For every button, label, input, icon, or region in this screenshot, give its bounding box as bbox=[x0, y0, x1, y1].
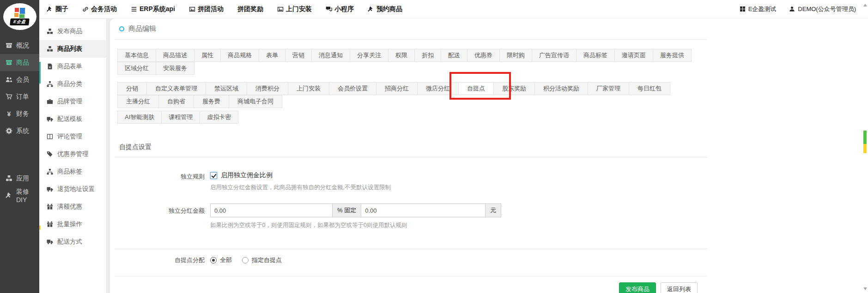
tab-door-install[interactable]: 上门安装 bbox=[288, 82, 329, 95]
topnav-item-conference[interactable]: 会务活动 bbox=[82, 5, 117, 13]
tab-service-provide[interactable]: 服务提供 bbox=[653, 49, 692, 62]
assign-option-specify[interactable]: 指定自提点 bbox=[242, 256, 282, 264]
sidebar-item-orders[interactable]: 订单 bbox=[0, 88, 39, 105]
tab-mall-e-contract[interactable]: 商城电子合同 bbox=[229, 95, 282, 108]
tab-virtual-card[interactable]: 虚拟卡密 bbox=[200, 111, 238, 124]
user-menu[interactable]: DEMO(公众号管理员) bbox=[789, 5, 856, 13]
tab-discount[interactable]: 折扣 bbox=[414, 49, 441, 62]
tab-form[interactable]: 表单 bbox=[259, 49, 285, 62]
tab-merchant-dividend[interactable]: 招商分红 bbox=[376, 82, 418, 95]
dividend-percent-input[interactable] bbox=[210, 203, 333, 217]
tab-basic-info[interactable]: 基本信息 bbox=[117, 49, 156, 62]
sidebar-spacer bbox=[0, 139, 39, 170]
tab-custom-form-manage[interactable]: 自定义表单管理 bbox=[146, 82, 206, 95]
submenu-item-comment-manage[interactable]: 评论管理 bbox=[39, 128, 106, 145]
sidebar-item-finance[interactable]: ¥ 财务 bbox=[0, 105, 39, 122]
submenu-item-full-discount[interactable]: 满额优惠 bbox=[39, 198, 106, 215]
publish-goods-button[interactable]: 发布商品 bbox=[619, 282, 656, 293]
tab-self-pickup[interactable]: 自提点 bbox=[458, 82, 494, 95]
tab-daily-redpacket[interactable]: 每日红包 bbox=[629, 82, 670, 95]
submenu-item-goods-form[interactable]: 商品表单 bbox=[39, 58, 106, 75]
tags-icon bbox=[47, 151, 53, 157]
tab-share-follow[interactable]: 分享关注 bbox=[350, 49, 388, 62]
dividend-fixed-input[interactable] bbox=[361, 203, 486, 217]
submenu-item-brand-manage[interactable]: 品牌管理 bbox=[39, 93, 106, 110]
tab-region-dividend[interactable]: 区域分红 bbox=[117, 62, 156, 75]
scroll-up-arrow-icon[interactable] bbox=[863, 4, 867, 6]
tab-flash-sale[interactable]: 限时购 bbox=[499, 49, 532, 62]
submenu-item-return-address[interactable]: 退货地址设置 bbox=[39, 180, 106, 198]
submenu-item-goods-category[interactable]: 商品分类 bbox=[39, 75, 106, 93]
tab-specs[interactable]: 商品规格 bbox=[220, 49, 259, 62]
submenu-item-goods-list[interactable]: 商品列表 bbox=[39, 40, 106, 58]
tab-coupon[interactable]: 优惠券 bbox=[467, 49, 500, 62]
tab-ai-skin-test[interactable]: AI智能测肤 bbox=[117, 111, 162, 124]
page-title: 商品编辑 bbox=[128, 24, 156, 33]
sidebar-item-apps[interactable]: 应用 bbox=[0, 170, 39, 187]
scroll-down-arrow-icon[interactable] bbox=[863, 287, 867, 290]
tab-service-fee[interactable]: 服务费 bbox=[194, 95, 229, 108]
sidebar-item-overview[interactable]: 概况 bbox=[0, 37, 39, 54]
tab-course-manage[interactable]: 课程管理 bbox=[161, 111, 200, 124]
submenu-item-delivery-method[interactable]: 配送方式 bbox=[39, 233, 106, 251]
tab-distribution[interactable]: 分销 bbox=[117, 82, 147, 95]
tab-invite-page[interactable]: 邀请页面 bbox=[614, 49, 653, 62]
submenu-item-publish-goods[interactable]: 发布商品 bbox=[39, 23, 106, 40]
radio-specify[interactable] bbox=[242, 257, 249, 263]
sidebar-item-system[interactable]: 系统 bbox=[0, 122, 39, 139]
sidebar-item-decorate-diy[interactable]: 装修DIY bbox=[0, 187, 39, 204]
submenu-item-goods-tags[interactable]: 商品标签 bbox=[39, 163, 106, 180]
submenu-item-batch-operate[interactable]: 批量操作 bbox=[39, 215, 106, 233]
sidebar-item-label: 装修DIY bbox=[16, 188, 39, 203]
user-name: DEMO(公众号管理员) bbox=[798, 5, 856, 13]
tab-description[interactable]: 商品描述 bbox=[156, 49, 194, 62]
scrollbar-track[interactable] bbox=[862, 0, 868, 293]
sidebar-item-label: 概况 bbox=[16, 42, 29, 50]
tab-delivery[interactable]: 配送 bbox=[441, 49, 467, 62]
cubes-icon bbox=[47, 46, 53, 52]
submenu-label: 配送模板 bbox=[57, 115, 82, 123]
tab-points-activity-reward[interactable]: 积分活动奖励 bbox=[534, 82, 588, 95]
topnav-item-door-install[interactable]: 上门安装 bbox=[277, 5, 312, 13]
sidebar-item-label: 应用 bbox=[16, 174, 29, 183]
tab-permissions[interactable]: 权限 bbox=[388, 49, 415, 62]
assign-option-all[interactable]: 全部 bbox=[210, 256, 232, 264]
tab-weidian-dividend[interactable]: 微店分红 bbox=[417, 82, 459, 95]
tab-goods-tags[interactable]: 商品标签 bbox=[576, 49, 615, 62]
radio-all[interactable] bbox=[210, 257, 217, 263]
sidebar-item-members[interactable]: 会员 bbox=[0, 71, 39, 88]
form-row-dividend-amount: 独立分红金额 % 固定 元 如果比例为空或等于0，则使用固定规则，如果都为空或等… bbox=[115, 203, 707, 229]
scrollbar-thumb[interactable] bbox=[863, 131, 867, 144]
shop-switcher[interactable]: E企盈测试 bbox=[740, 5, 777, 13]
tab-shareholder-reward[interactable]: 股东奖励 bbox=[493, 82, 535, 95]
topnav-item-erp-api[interactable]: ERP系统api bbox=[131, 5, 175, 13]
tab-self-purchase-save[interactable]: 自购省 bbox=[158, 95, 194, 108]
sidebar-item-goods[interactable]: 商品 bbox=[0, 54, 39, 71]
tab-attributes[interactable]: 属性 bbox=[194, 49, 221, 62]
tab-marketing[interactable]: 营销 bbox=[285, 49, 312, 62]
back-to-list-button[interactable]: 返回列表 bbox=[661, 282, 698, 293]
tab-consume-points[interactable]: 消费积分 bbox=[247, 82, 288, 95]
topnav-item-group-buy[interactable]: 拼团活动 bbox=[189, 5, 224, 13]
percent-fixed-addon[interactable]: % 固定 bbox=[332, 203, 361, 217]
tab-ad-slogan[interactable]: 广告宣传语 bbox=[532, 49, 577, 62]
comments-icon bbox=[326, 6, 332, 12]
tab-notifications[interactable]: 消息通知 bbox=[311, 49, 350, 62]
topnav-item-mini-program[interactable]: 小程序 bbox=[326, 5, 354, 13]
tab-factory-manage[interactable]: 厂家管理 bbox=[588, 82, 629, 95]
tab-anchor-dividend[interactable]: 主播分红 bbox=[117, 95, 159, 108]
tab-member-price[interactable]: 会员价设置 bbox=[329, 82, 376, 95]
topnav-item-group-reward[interactable]: 拼团奖励 bbox=[237, 5, 263, 13]
enable-commission-checkbox[interactable] bbox=[210, 172, 217, 179]
dividend-amount-label: 独立分红金额 bbox=[115, 203, 210, 229]
submenu-label: 批量操作 bbox=[57, 220, 82, 228]
submenu-item-coupon-manage[interactable]: 优惠券管理 bbox=[39, 145, 106, 163]
tab-banned-region[interactable]: 禁运区域 bbox=[206, 82, 247, 95]
submenu-item-delivery-template[interactable]: 配送模板 bbox=[39, 110, 106, 128]
topnav-item-circle[interactable]: 圈子 bbox=[47, 5, 68, 13]
app-logo[interactable]: E企盈 bbox=[0, 0, 39, 33]
list-icon bbox=[131, 6, 137, 12]
tab-install-service[interactable]: 安装服务 bbox=[156, 62, 194, 75]
topnav-item-reserve-goods[interactable]: 预约商品 bbox=[368, 5, 402, 13]
form-row-independent-rule: 独立规则 启用独立佣金比例 启用独立分红金额设置，此商品拥有独自的分红金额,不受… bbox=[115, 169, 707, 191]
